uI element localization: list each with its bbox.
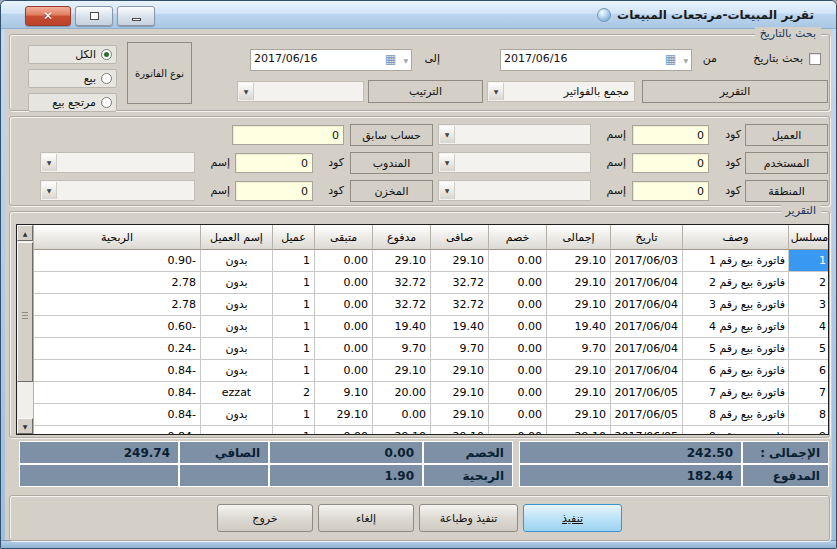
table-cell[interactable]: 0.60-: [34, 316, 200, 338]
region-name-select[interactable]: ▼: [438, 180, 591, 201]
chevron-down-icon[interactable]: ▼: [239, 83, 254, 100]
column-header[interactable]: عميل: [272, 225, 314, 250]
table-cell[interactable]: 0.00: [314, 360, 372, 382]
chevron-down-icon[interactable]: ▼: [42, 182, 57, 199]
warehouse-name-select[interactable]: ▼: [40, 180, 195, 201]
table-cell[interactable]: 0.00: [314, 294, 372, 316]
invoice-type-radio[interactable]: مرتجع بيع: [28, 93, 117, 112]
table-cell[interactable]: 1: [272, 250, 314, 272]
column-header[interactable]: مسلسل: [788, 225, 829, 250]
user-code-input[interactable]: [632, 153, 709, 173]
table-cell[interactable]: 2017/06/03: [610, 250, 682, 272]
table-cell[interactable]: 1: [272, 338, 314, 360]
table-cell[interactable]: 29.10: [430, 404, 488, 426]
table-cell[interactable]: 3: [788, 294, 829, 316]
region-code-input[interactable]: [632, 181, 709, 201]
table-cell[interactable]: 0.00: [488, 382, 546, 404]
table-cell[interactable]: 29.10: [546, 250, 610, 272]
report-type-button[interactable]: التقرير: [642, 80, 828, 103]
table-cell[interactable]: 0.00: [488, 250, 546, 272]
table-cell[interactable]: 29.10: [546, 404, 610, 426]
table-cell[interactable]: فاتورة بيع رقم 6: [682, 360, 788, 382]
client-button[interactable]: العميل: [745, 124, 828, 146]
table-row[interactable]: 2فاتورة بيع رقم 22017/06/0429.100.0032.7…: [34, 272, 829, 294]
table-cell[interactable]: بدون: [200, 404, 272, 426]
from-date-picker[interactable]: ▦ ▼: [500, 49, 692, 71]
table-cell[interactable]: 2.78: [34, 272, 200, 294]
table-cell[interactable]: فاتورة بيع رقم 7: [682, 382, 788, 404]
table-cell[interactable]: 32.72: [372, 294, 430, 316]
column-header[interactable]: صافى: [430, 225, 488, 250]
table-cell[interactable]: 29.10: [430, 250, 488, 272]
minimize-button[interactable]: [117, 6, 155, 26]
maximize-button[interactable]: [75, 6, 113, 26]
table-cell[interactable]: فاتورة بيع رقم 4: [682, 316, 788, 338]
representative-name-select[interactable]: ▼: [40, 152, 195, 173]
table-cell[interactable]: 19.40: [430, 316, 488, 338]
execute-print-button[interactable]: تنفيذ وطباعة: [419, 504, 518, 532]
table-cell[interactable]: بدون: [200, 272, 272, 294]
table-cell[interactable]: 0.84-: [34, 426, 200, 435]
table-cell[interactable]: 29.10: [430, 426, 488, 435]
column-header[interactable]: متبقى: [314, 225, 372, 250]
scrollbar-thumb[interactable]: [17, 242, 33, 382]
table-cell[interactable]: 0.00: [314, 426, 372, 435]
client-name-select[interactable]: ▼: [438, 124, 591, 145]
table-cell[interactable]: 0.00: [372, 404, 430, 426]
table-cell[interactable]: فاتورة بيع رقم 5: [682, 338, 788, 360]
exit-button[interactable]: خروج: [217, 504, 313, 532]
user-button[interactable]: المستخدم: [745, 152, 828, 174]
table-row[interactable]: 3فاتورة بيع رقم 32017/06/0429.100.0032.7…: [34, 294, 829, 316]
table-cell[interactable]: 4: [788, 316, 829, 338]
table-cell[interactable]: فاتورة بيع رقم 8: [682, 404, 788, 426]
column-header[interactable]: خصم: [488, 225, 546, 250]
warehouse-button[interactable]: المخزن: [350, 180, 433, 202]
table-cell[interactable]: 1: [272, 360, 314, 382]
table-row[interactable]: 5فاتورة بيع رقم 52017/06/049.700.009.709…: [34, 338, 829, 360]
table-cell[interactable]: 9.70: [430, 338, 488, 360]
order-select[interactable]: ▼: [237, 81, 364, 102]
table-cell[interactable]: بدون: [200, 316, 272, 338]
table-cell[interactable]: 29.10: [430, 382, 488, 404]
table-cell[interactable]: 0.00: [488, 404, 546, 426]
table-cell[interactable]: 0.90-: [34, 250, 200, 272]
table-cell[interactable]: فاتورة بيع رقم 9: [682, 426, 788, 435]
representative-button[interactable]: المندوب: [350, 152, 433, 174]
table-cell[interactable]: 0.00: [314, 338, 372, 360]
table-cell[interactable]: فاتورة بيع رقم 2: [682, 272, 788, 294]
column-header[interactable]: الربحية: [34, 225, 200, 250]
table-cell[interactable]: 0.00: [314, 316, 372, 338]
table-row[interactable]: 4فاتورة بيع رقم 42017/06/0419.400.0019.4…: [34, 316, 829, 338]
warehouse-code-input[interactable]: [235, 181, 313, 201]
table-cell[interactable]: 29.10: [546, 382, 610, 404]
table-cell[interactable]: 2017/06/05: [610, 404, 682, 426]
table-cell[interactable]: 0.00: [488, 426, 546, 435]
table-cell[interactable]: 29.10: [314, 404, 372, 426]
table-cell[interactable]: 0.84-: [34, 382, 200, 404]
table-cell[interactable]: 29.10: [546, 426, 610, 435]
table-cell[interactable]: 1: [272, 316, 314, 338]
table-cell[interactable]: 9.70: [372, 338, 430, 360]
table-cell[interactable]: 0.00: [488, 338, 546, 360]
table-cell[interactable]: 9.70: [546, 338, 610, 360]
table-cell[interactable]: 19.40: [546, 316, 610, 338]
table-cell[interactable]: بدون: [200, 294, 272, 316]
chevron-down-icon[interactable]: ▼: [42, 154, 57, 171]
table-cell[interactable]: 2: [788, 272, 829, 294]
table-cell[interactable]: ezzat: [200, 382, 272, 404]
chevron-down-icon[interactable]: ▼: [683, 57, 688, 64]
from-date-input[interactable]: [504, 52, 656, 65]
table-cell[interactable]: 32.72: [430, 294, 488, 316]
chevron-down-icon[interactable]: ▼: [440, 182, 455, 199]
table-cell[interactable]: بدون: [200, 338, 272, 360]
table-cell[interactable]: 29.10: [372, 360, 430, 382]
table-row[interactable]: 6فاتورة بيع رقم 62017/06/0429.100.0029.1…: [34, 360, 829, 382]
table-cell[interactable]: 0.00: [488, 316, 546, 338]
table-cell[interactable]: 1: [272, 272, 314, 294]
table-cell[interactable]: 2017/06/04: [610, 338, 682, 360]
column-header[interactable]: إسم العميل: [200, 225, 272, 250]
previous-account-input[interactable]: [232, 125, 344, 145]
table-cell[interactable]: 0.24-: [34, 338, 200, 360]
chevron-down-icon[interactable]: ▼: [440, 154, 455, 171]
table-cell[interactable]: 2.78: [34, 294, 200, 316]
